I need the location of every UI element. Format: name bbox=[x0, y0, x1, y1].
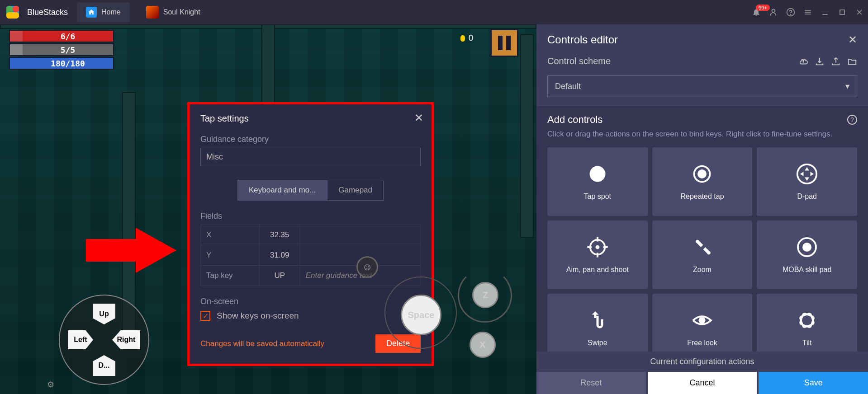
scheme-dropdown-value: Default bbox=[555, 82, 581, 91]
fields-table: X32.35 Y31.09 Tap keyUPEnter guidance te… bbox=[200, 225, 421, 286]
control-repeated-tap[interactable]: Repeated tap bbox=[652, 147, 753, 216]
zoom-icon bbox=[691, 236, 713, 258]
svg-rect-8 bbox=[805, 12, 811, 13]
table-row: Tap keyUPEnter guidance text bbox=[201, 266, 421, 286]
notifications-button[interactable]: 99+ bbox=[751, 7, 761, 17]
add-controls-title: Add controls bbox=[547, 114, 602, 126]
sidebar-close-icon[interactable]: ✕ bbox=[848, 33, 857, 46]
export-icon[interactable] bbox=[831, 56, 841, 66]
shield-value: 5/5 bbox=[23, 44, 113, 55]
svg-rect-11 bbox=[840, 10, 844, 14]
add-controls-help-icon[interactable]: ? bbox=[847, 115, 857, 125]
dpad-settings-icon[interactable]: ⚙ bbox=[47, 380, 54, 389]
dpad-down[interactable]: D... bbox=[93, 355, 115, 376]
repeated-tap-icon bbox=[691, 163, 713, 185]
svg-point-32 bbox=[802, 243, 811, 252]
guidance-category-label: Guidance category bbox=[200, 135, 421, 144]
svg-marker-21 bbox=[800, 172, 804, 176]
svg-marker-14 bbox=[86, 228, 176, 273]
import-icon[interactable] bbox=[815, 56, 825, 66]
cloud-upload-icon[interactable] bbox=[798, 56, 808, 66]
tab-game[interactable]: Soul Knight bbox=[137, 1, 209, 23]
help-icon[interactable] bbox=[786, 7, 796, 17]
fields-label: Fields bbox=[200, 211, 421, 221]
dpad-left[interactable]: Left bbox=[68, 330, 93, 349]
tab-home-label: Home bbox=[101, 8, 121, 16]
sidebar-title: Controls editor bbox=[547, 33, 618, 46]
control-zoom[interactable]: Zoom bbox=[652, 220, 753, 289]
dpad-up[interactable]: Up bbox=[93, 304, 115, 324]
svg-point-33 bbox=[699, 317, 706, 324]
control-tilt[interactable]: Tilt bbox=[757, 294, 857, 352]
tap-key-input[interactable]: UP bbox=[259, 266, 300, 286]
svg-rect-3 bbox=[13, 6, 19, 12]
game-app-icon bbox=[146, 6, 159, 19]
table-row: X32.35 bbox=[201, 225, 421, 245]
tab-home[interactable]: Home bbox=[77, 2, 130, 22]
tab-game-label: Soul Knight bbox=[163, 8, 200, 16]
svg-point-29 bbox=[696, 239, 700, 243]
tab-keyboard-mouse[interactable]: Keyboard and mo... bbox=[237, 180, 327, 201]
svg-rect-2 bbox=[6, 12, 19, 19]
crosshair-icon bbox=[586, 236, 609, 258]
game-viewport[interactable]: 6/6 5/5 180/180 0 Tap settings ✕ Guidanc… bbox=[0, 24, 536, 394]
svg-point-17 bbox=[697, 169, 707, 178]
control-swipe[interactable]: Swipe bbox=[547, 294, 648, 352]
space-key-overlay[interactable]: Space bbox=[401, 295, 441, 335]
moba-pad-icon bbox=[796, 236, 818, 258]
free-look-icon bbox=[691, 309, 713, 332]
notif-badge: 99+ bbox=[756, 5, 770, 11]
svg-point-4 bbox=[772, 9, 775, 12]
z-key-overlay[interactable]: Z bbox=[472, 282, 498, 308]
account-icon[interactable] bbox=[768, 7, 778, 17]
dpad-overlay[interactable]: Up D... Left Right bbox=[59, 295, 149, 385]
control-tap-spot[interactable]: Tap spot bbox=[547, 147, 648, 216]
menu-icon[interactable] bbox=[803, 7, 813, 17]
y-value-input[interactable]: 31.09 bbox=[259, 245, 300, 266]
x-value-input[interactable]: 32.35 bbox=[259, 225, 300, 245]
annotation-arrow-icon bbox=[86, 228, 176, 273]
cancel-button[interactable]: Cancel bbox=[648, 372, 757, 394]
guidance-category-input[interactable] bbox=[200, 148, 421, 166]
add-controls-hint: Click or drag the actions on the screen … bbox=[547, 128, 857, 140]
control-dpad[interactable]: D-pad bbox=[757, 147, 857, 216]
coin-counter: 0 bbox=[460, 33, 473, 43]
svg-rect-7 bbox=[805, 10, 811, 11]
chevron-down-icon: ▾ bbox=[845, 81, 849, 91]
mp-value: 180/180 bbox=[23, 58, 113, 69]
svg-marker-19 bbox=[805, 167, 809, 171]
folder-icon[interactable] bbox=[847, 56, 857, 66]
pause-button[interactable] bbox=[490, 29, 518, 57]
control-aim-pan-shoot[interactable]: Aim, pan and shoot bbox=[547, 220, 648, 289]
show-keys-label: Show keys on-screen bbox=[217, 311, 299, 321]
save-button[interactable]: Save bbox=[759, 372, 868, 394]
input-mode-tabs: Keyboard and mo... Gamepad bbox=[200, 180, 421, 201]
control-moba-pad[interactable]: MOBA skill pad bbox=[757, 220, 857, 289]
brand-name: BlueStacks bbox=[27, 8, 68, 17]
autosave-notice: Changes will be saved automatically bbox=[200, 339, 324, 348]
minimize-icon[interactable] bbox=[820, 7, 830, 17]
svg-point-30 bbox=[707, 251, 711, 254]
hp-value: 6/6 bbox=[23, 31, 113, 42]
tab-gamepad[interactable]: Gamepad bbox=[327, 180, 384, 201]
reset-button[interactable]: Reset bbox=[536, 372, 646, 394]
controls-editor-panel: Controls editor ✕ Control scheme Default… bbox=[536, 24, 868, 394]
show-keys-checkbox[interactable]: ✓ bbox=[200, 311, 210, 321]
svg-marker-22 bbox=[811, 172, 814, 176]
svg-point-6 bbox=[791, 14, 791, 15]
control-free-look[interactable]: Free look bbox=[652, 294, 753, 352]
modal-title: Tap settings bbox=[200, 113, 421, 124]
svg-rect-35 bbox=[800, 313, 814, 327]
maximize-icon[interactable] bbox=[837, 7, 847, 17]
emote-button[interactable]: ☺ bbox=[356, 256, 378, 278]
scheme-dropdown[interactable]: Default ▾ bbox=[547, 75, 857, 97]
dpad-right[interactable]: Right bbox=[112, 330, 140, 349]
tap-spot-icon bbox=[586, 163, 609, 185]
svg-point-28 bbox=[596, 246, 598, 248]
swipe-icon bbox=[586, 309, 609, 332]
game-hud: 6/6 5/5 180/180 bbox=[9, 30, 114, 70]
current-config-label: Current configuration actions bbox=[536, 352, 868, 372]
x-key-overlay[interactable]: X bbox=[470, 332, 496, 358]
modal-close-icon[interactable]: ✕ bbox=[414, 112, 423, 124]
close-window-icon[interactable] bbox=[854, 7, 864, 17]
